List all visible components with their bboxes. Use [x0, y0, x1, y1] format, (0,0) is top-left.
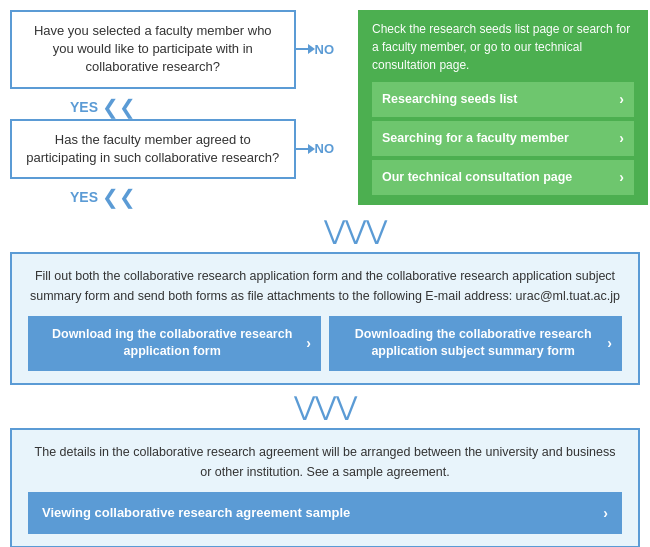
yes-connector-2: YES ❮❮ — [10, 183, 340, 209]
seeds-list-label: Researching seeds list — [382, 90, 517, 109]
agreement-section: The details in the collaborative researc… — [10, 428, 640, 547]
yes-label-1: YES — [70, 99, 98, 115]
arrow-1: ⋁⋁⋁ — [10, 209, 640, 252]
faculty-search-label: Searching for a faculty member — [382, 129, 569, 148]
download-summary-label: Downloading the collaborative research a… — [339, 326, 607, 361]
arrow-2: ⋁⋁⋁ — [10, 385, 640, 428]
form-section: Fill out both the collaborative research… — [10, 252, 640, 385]
faculty-search-button[interactable]: Searching for a faculty member › — [372, 121, 634, 156]
info-panel: Check the research seeds list page or se… — [350, 10, 648, 209]
consultation-chevron: › — [619, 167, 624, 188]
yes-connector-1: YES ❮❮ — [10, 93, 340, 119]
yes-label-2: YES — [70, 189, 98, 205]
info-intro: Check the research seeds list page or se… — [372, 20, 634, 74]
flowchart: Have you selected a faculty member who y… — [10, 10, 640, 547]
no-label-1: NO — [315, 42, 335, 57]
form-description: Fill out both the collaborative research… — [28, 266, 622, 306]
seeds-list-chevron: › — [619, 89, 624, 110]
agreement-description: The details in the collaborative researc… — [28, 442, 622, 482]
view-agreement-chevron: › — [603, 502, 608, 524]
seeds-list-button[interactable]: Researching seeds list › — [372, 82, 634, 117]
consultation-label: Our technical consultation page — [382, 168, 572, 187]
download-app-chevron: › — [306, 334, 311, 354]
decision-text-1: Have you selected a faculty member who y… — [26, 22, 280, 77]
no-label-2: NO — [315, 141, 335, 156]
no-arrow-1 — [296, 44, 315, 54]
decision-text-2: Has the faculty member agreed to partici… — [26, 131, 280, 167]
view-agreement-button[interactable]: Viewing collaborative research agreement… — [28, 492, 622, 534]
download-summary-chevron: › — [607, 334, 612, 354]
form-buttons-row: Download ing the collaborative research … — [28, 316, 622, 371]
decision-box-1: Have you selected a faculty member who y… — [10, 10, 296, 89]
decision-box-2: Has the faculty member agreed to partici… — [10, 119, 296, 179]
download-app-label: Download ing the collaborative research … — [38, 326, 306, 361]
no-arrow-2 — [296, 144, 315, 154]
view-agreement-label: Viewing collaborative research agreement… — [42, 503, 350, 524]
faculty-search-chevron: › — [619, 128, 624, 149]
download-application-form-button[interactable]: Download ing the collaborative research … — [28, 316, 321, 371]
download-summary-form-button[interactable]: Downloading the collaborative research a… — [329, 316, 622, 371]
consultation-button[interactable]: Our technical consultation page › — [372, 160, 634, 195]
